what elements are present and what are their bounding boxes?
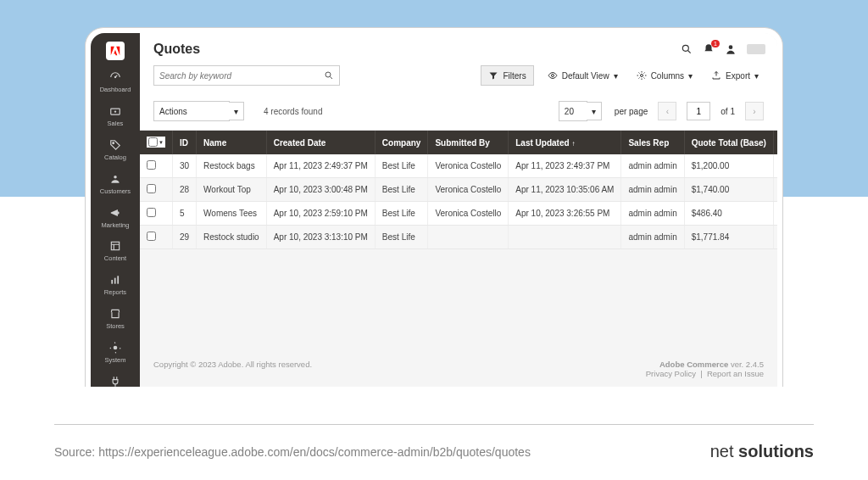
app-window: Dashboard Sales Catalog Customers Market… bbox=[91, 33, 777, 387]
table-header-row: ▼ ID Name Created Date Company Submitted… bbox=[140, 131, 777, 154]
default-view-button[interactable]: Default View ▾ bbox=[542, 70, 623, 81]
sidebar-item-customers[interactable]: Customers bbox=[91, 167, 140, 201]
table-row: 5Womens TeesApr 10, 2023 2:59:10 PMBest … bbox=[140, 202, 777, 226]
row-checkbox[interactable] bbox=[140, 154, 172, 178]
col-id[interactable]: ID bbox=[172, 131, 196, 154]
actions-dropdown[interactable]: Actions ▾ bbox=[153, 101, 230, 121]
sidebar-item-marketing[interactable]: Marketing bbox=[91, 201, 140, 235]
col-base[interactable]: Quote Total (Base) bbox=[684, 131, 773, 154]
cell-company: Best Life bbox=[375, 178, 428, 202]
col-updated[interactable]: Last Updated↑ bbox=[509, 131, 621, 154]
filter-icon bbox=[488, 70, 498, 81]
svg-rect-7 bbox=[117, 276, 119, 284]
cell-neg: $1,200.00 bbox=[773, 154, 777, 178]
search-field[interactable] bbox=[159, 71, 324, 81]
net-solutions-logo: net solutions bbox=[710, 442, 814, 461]
chevron-down-icon: ▾ bbox=[688, 71, 693, 81]
current-page-input[interactable] bbox=[687, 102, 710, 120]
cell-submitted bbox=[428, 226, 509, 249]
cell-base: $486.40 bbox=[684, 202, 773, 226]
cell-name: Workout Top bbox=[197, 178, 267, 202]
page-of-label: of 1 bbox=[721, 107, 735, 116]
cell-company: Best Life bbox=[375, 202, 428, 226]
per-page-select[interactable]: 20 ▾ bbox=[559, 101, 587, 121]
quotes-table: ▼ ID Name Created Date Company Submitted… bbox=[140, 131, 777, 249]
sidebar-item-label: Stores bbox=[106, 323, 125, 330]
sidebar-item-reports[interactable]: Reports bbox=[91, 268, 140, 302]
col-name[interactable]: Name bbox=[197, 131, 267, 154]
sidebar-item-label: Content bbox=[104, 255, 126, 262]
sort-asc-icon: ↑ bbox=[572, 140, 576, 148]
sidebar-item-partners[interactable]: Find Partners & Extensions bbox=[91, 370, 140, 387]
main-panel: Quotes 1 bbox=[140, 33, 777, 387]
cell-neg: $1,771.84 bbox=[773, 226, 777, 249]
eye-icon bbox=[548, 70, 558, 81]
sidebar-item-sales[interactable]: Sales bbox=[91, 99, 140, 133]
notification-badge: 1 bbox=[711, 40, 720, 47]
source-caption: Source: https://experienceleague.adobe.c… bbox=[54, 445, 531, 459]
chevron-down-icon: ▾ bbox=[229, 102, 244, 120]
top-bar: Quotes 1 bbox=[140, 33, 777, 65]
columns-label: Columns bbox=[651, 71, 684, 81]
search-input[interactable] bbox=[153, 65, 340, 86]
sidebar-item-dashboard[interactable]: Dashboard bbox=[91, 65, 140, 99]
col-neg[interactable]: Quote Total (Negotiated) bbox=[773, 131, 777, 154]
content-icon bbox=[108, 239, 122, 253]
cell-salesrep: admin admin bbox=[621, 226, 684, 249]
controls-row: Filters Default View ▾ Columns ▾ Ex bbox=[140, 65, 777, 94]
default-view-label: Default View bbox=[562, 71, 609, 81]
prev-page-button[interactable]: ‹ bbox=[658, 102, 676, 120]
svg-point-1 bbox=[114, 110, 116, 112]
page-title: Quotes bbox=[153, 42, 681, 57]
sidebar-item-content[interactable]: Content bbox=[91, 234, 140, 268]
sidebar-item-label: Marketing bbox=[102, 222, 130, 229]
cell-created: Apr 11, 2023 2:49:37 PM bbox=[266, 154, 375, 178]
cell-updated: Apr 10, 2023 3:26:55 PM bbox=[509, 202, 621, 226]
sidebar-item-label: Dashboard bbox=[100, 87, 131, 93]
sidebar-item-label: Sales bbox=[108, 120, 124, 127]
per-page-label: per page bbox=[615, 107, 648, 116]
sidebar-item-stores[interactable]: Stores bbox=[91, 302, 140, 336]
actions-label: Actions bbox=[159, 107, 187, 116]
account-icon[interactable] bbox=[725, 43, 737, 55]
col-salesrep[interactable]: Sales Rep bbox=[621, 131, 684, 154]
row-checkbox[interactable] bbox=[140, 202, 172, 226]
adobe-logo[interactable] bbox=[106, 42, 125, 60]
row-checkbox[interactable] bbox=[140, 226, 172, 249]
caption-band: Source: https://experienceleague.adobe.c… bbox=[54, 424, 814, 461]
cell-id: 29 bbox=[172, 226, 196, 249]
records-found: 4 records found bbox=[264, 107, 323, 116]
sidebar-item-label: Customers bbox=[100, 188, 131, 195]
cell-name: Womens Tees bbox=[197, 202, 267, 226]
export-label: Export bbox=[726, 71, 750, 81]
export-button[interactable]: Export ▾ bbox=[706, 70, 764, 81]
product-version: ver. 2.4.5 bbox=[728, 360, 764, 369]
cell-id: 30 bbox=[172, 154, 196, 178]
cell-company: Best Life bbox=[375, 154, 428, 178]
copyright: Copyright © 2023 Adobe. All rights reser… bbox=[153, 360, 312, 378]
cell-submitted: Veronica Costello bbox=[428, 202, 509, 226]
sidebar-item-system[interactable]: System bbox=[91, 336, 140, 370]
search-icon[interactable] bbox=[681, 43, 693, 55]
cell-updated bbox=[509, 226, 621, 249]
privacy-link[interactable]: Privacy Policy bbox=[646, 369, 696, 378]
col-created[interactable]: Created Date bbox=[266, 131, 375, 154]
gear-icon bbox=[108, 341, 122, 354]
cell-name: Restock studio bbox=[197, 226, 267, 249]
select-all-header[interactable]: ▼ bbox=[140, 131, 172, 154]
cell-created: Apr 10, 2023 3:13:10 PM bbox=[266, 226, 375, 249]
svg-point-12 bbox=[640, 75, 643, 77]
col-company[interactable]: Company bbox=[375, 131, 428, 154]
columns-button[interactable]: Columns ▾ bbox=[632, 70, 698, 81]
next-page-button[interactable]: › bbox=[745, 102, 764, 120]
row-checkbox[interactable] bbox=[140, 178, 172, 202]
account-dropdown[interactable] bbox=[747, 44, 765, 54]
filters-button[interactable]: Filters bbox=[481, 65, 533, 86]
col-submitted[interactable]: Submitted By bbox=[428, 131, 509, 154]
plug-icon bbox=[108, 375, 122, 387]
megaphone-icon bbox=[108, 206, 122, 220]
user-icon bbox=[108, 172, 122, 186]
sidebar-item-catalog[interactable]: Catalog bbox=[91, 133, 140, 167]
notifications-button[interactable]: 1 bbox=[703, 43, 715, 55]
report-issue-link[interactable]: Report an Issue bbox=[707, 369, 764, 378]
